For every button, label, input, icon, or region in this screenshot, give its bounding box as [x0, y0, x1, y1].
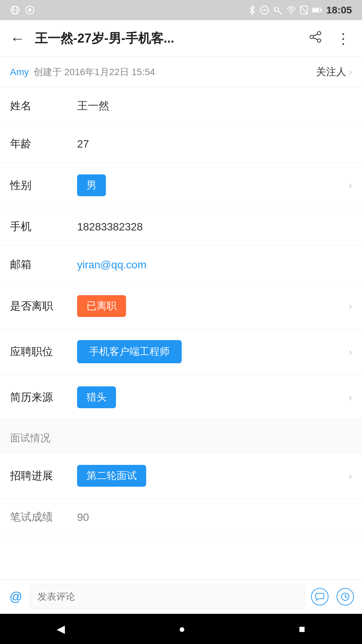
- svg-rect-14: [313, 9, 319, 12]
- position-tag: 手机客户端工程师: [77, 340, 182, 363]
- signal-icon: [25, 5, 35, 15]
- nav-bar: ◀ ● ■: [0, 614, 362, 644]
- comment-circle-icon: [311, 588, 328, 605]
- svg-point-16: [317, 32, 321, 35]
- svg-line-8: [278, 11, 282, 14]
- label-name: 姓名: [10, 99, 77, 113]
- field-phone: 手机 18283382328: [0, 208, 362, 246]
- at-button[interactable]: @: [7, 590, 25, 604]
- share-button[interactable]: [304, 31, 327, 46]
- svg-line-19: [313, 34, 317, 36]
- source-tag: 猎头: [77, 386, 116, 408]
- content-area: 姓名 王一然 年龄 27 性别 男 › 手机 18283382328 邮箱 yi…: [0, 87, 362, 579]
- field-recruitment-progress[interactable]: 招聘进展 第二轮面试 ›: [0, 453, 362, 498]
- svg-point-10: [291, 13, 292, 14]
- position-chevron-icon: ›: [349, 346, 352, 357]
- field-email: 邮箱 yiran@qq.com: [0, 246, 362, 284]
- key-icon: [273, 5, 283, 15]
- status-left-icons: [10, 5, 35, 15]
- comment-input[interactable]: [31, 585, 304, 608]
- svg-line-23: [345, 597, 347, 598]
- comment-icon-button[interactable]: [310, 587, 330, 607]
- field-age: 年龄 27: [0, 125, 362, 163]
- label-age: 年龄: [10, 137, 77, 151]
- no-sim-icon: [300, 5, 308, 15]
- value-age: 27: [77, 138, 352, 150]
- value-test-score: 90: [77, 511, 352, 524]
- follow-button[interactable]: 关注人 ›: [316, 65, 352, 79]
- status-right: 18:05: [248, 4, 352, 16]
- resigned-value-area: 已离职 ›: [77, 295, 352, 317]
- svg-point-17: [310, 35, 313, 39]
- section-interview-header: 面试情况: [0, 420, 362, 453]
- gender-value-area: 男 ›: [77, 174, 352, 196]
- gender-chevron-icon: ›: [349, 180, 352, 191]
- back-button[interactable]: ←: [10, 31, 28, 46]
- globe-icon: [10, 5, 20, 15]
- label-recruitment-progress: 招聘进展: [10, 469, 77, 483]
- status-bar: 18:05: [0, 0, 362, 20]
- minus-circle-icon: [260, 5, 269, 15]
- field-position[interactable]: 应聘职位 手机客户端工程师 ›: [0, 329, 362, 375]
- page-title: 王一然-27岁-男-手机客...: [35, 30, 297, 47]
- time-display: 18:05: [326, 4, 352, 16]
- label-resigned: 是否离职: [10, 299, 77, 314]
- label-source: 简历来源: [10, 390, 77, 405]
- app-header: ← 王一然-27岁-男-手机客... ⋮: [0, 20, 362, 57]
- source-chevron-icon: ›: [349, 392, 352, 403]
- resigned-tag: 已离职: [77, 295, 126, 317]
- clock-circle-icon: [337, 588, 354, 605]
- label-gender: 性别: [10, 178, 77, 193]
- svg-line-12: [301, 6, 307, 14]
- label-test-score: 笔试成绩: [10, 510, 77, 525]
- creator-info: Amy 创建于 2016年1月22日 15:54: [10, 66, 155, 78]
- field-resigned[interactable]: 是否离职 已离职 ›: [0, 284, 362, 329]
- value-phone: 18283382328: [77, 221, 352, 233]
- more-button[interactable]: ⋮: [334, 30, 352, 47]
- nav-back-button[interactable]: ◀: [43, 619, 78, 639]
- follow-label: 关注人: [316, 65, 346, 79]
- bluetooth-icon: [248, 5, 256, 15]
- section-interview-label: 面试情况: [10, 432, 50, 443]
- nav-recents-button[interactable]: ■: [285, 620, 318, 639]
- field-name: 姓名 王一然: [0, 87, 362, 125]
- field-gender[interactable]: 性别 男 ›: [0, 163, 362, 208]
- created-text: 创建于 2016年1月22日 15:54: [34, 66, 155, 78]
- progress-value-area: 第二轮面试 ›: [77, 465, 352, 487]
- speech-bubble-icon: [315, 592, 324, 601]
- label-email: 邮箱: [10, 257, 77, 272]
- label-phone: 手机: [10, 219, 77, 234]
- battery-icon: [312, 7, 322, 13]
- clock-icon-button[interactable]: [335, 587, 355, 607]
- progress-chevron-icon: ›: [349, 471, 352, 481]
- progress-tag: 第二轮面试: [77, 465, 146, 487]
- svg-point-18: [317, 39, 321, 42]
- field-test-score: 笔试成绩 90: [0, 498, 362, 536]
- label-position: 应聘职位: [10, 344, 77, 359]
- value-email[interactable]: yiran@qq.com: [77, 259, 352, 271]
- field-source[interactable]: 简历来源 猎头 ›: [0, 375, 362, 420]
- value-name: 王一然: [77, 99, 352, 113]
- source-value-area: 猎头 ›: [77, 386, 352, 408]
- position-value-area: 手机客户端工程师 ›: [77, 340, 352, 363]
- sub-header: Amy 创建于 2016年1月22日 15:54 关注人 ›: [0, 57, 362, 87]
- svg-point-4: [28, 8, 32, 12]
- svg-line-20: [313, 38, 317, 40]
- wifi-icon: [287, 5, 296, 15]
- follow-chevron-icon: ›: [349, 67, 352, 77]
- bottom-bar: @: [0, 579, 362, 614]
- clock-icon: [341, 592, 350, 601]
- gender-tag: 男: [77, 174, 106, 196]
- svg-rect-15: [321, 9, 322, 11]
- resigned-chevron-icon: ›: [349, 301, 352, 312]
- nav-home-button[interactable]: ●: [165, 620, 198, 639]
- share-icon: [309, 31, 322, 43]
- creator-name: Amy: [10, 67, 29, 77]
